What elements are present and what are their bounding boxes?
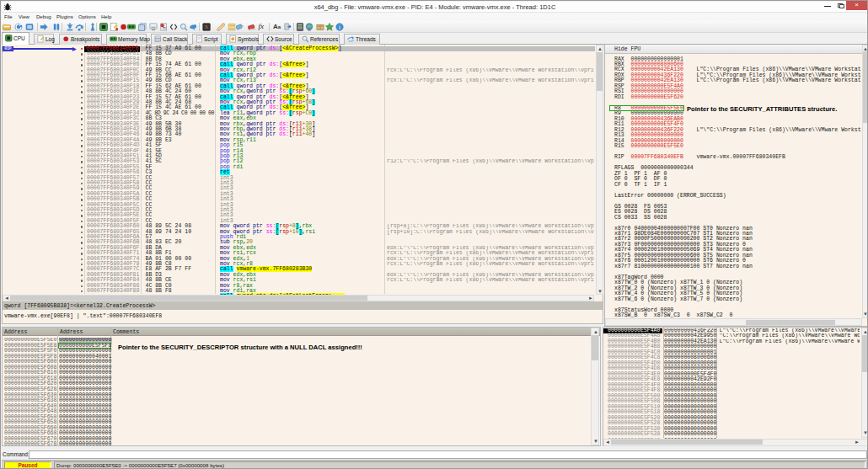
svg-text:S: S [205,24,208,29]
svg-text:i: i [338,24,340,31]
